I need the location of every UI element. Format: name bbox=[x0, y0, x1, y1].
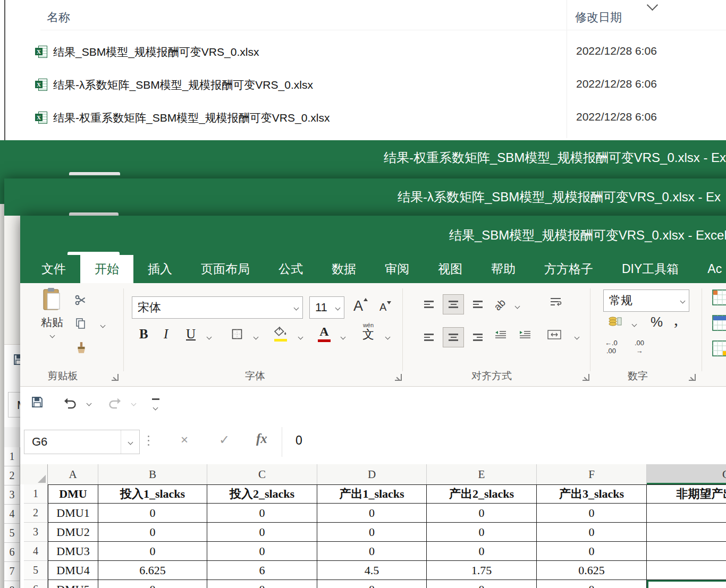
sort-chevron-icon[interactable] bbox=[647, 0, 658, 11]
row-header[interactable]: 3 bbox=[4, 485, 20, 505]
select-all-corner[interactable] bbox=[24, 464, 48, 484]
fill-color-button[interactable] bbox=[274, 327, 287, 342]
explorer-column-date[interactable]: 修改日期 bbox=[575, 10, 622, 25]
file-row[interactable]: X 结果_SBM模型_规模报酬可变VRS_0.xlsx 2022/12/28 6… bbox=[0, 41, 726, 63]
save-icon[interactable] bbox=[31, 396, 44, 408]
title-bar[interactable]: 结果-λ系数矩阵_SBM模型_规模报酬可变VRS_0.xlsx - Ex bbox=[4, 178, 726, 216]
tab-file[interactable]: 文件 bbox=[27, 255, 80, 283]
cell[interactable]: 0 bbox=[317, 542, 427, 561]
cancel-button[interactable]: × bbox=[181, 432, 188, 447]
enter-button[interactable]: ✓ bbox=[219, 432, 230, 447]
cell[interactable] bbox=[647, 561, 726, 580]
title-bar[interactable]: 结果-权重系数矩阵_SBM模型_规模报酬可变VRS_0.xlsx - Ex bbox=[0, 140, 726, 175]
cell[interactable]: 0 bbox=[207, 580, 317, 588]
orientation-button[interactable]: ab bbox=[494, 299, 505, 311]
number-format-combo[interactable]: 常规 bbox=[603, 289, 689, 312]
align-bottom-button[interactable] bbox=[468, 295, 488, 314]
cell[interactable]: DMU3 bbox=[48, 542, 98, 561]
shrink-font-button[interactable]: A bbox=[379, 301, 391, 313]
cell[interactable]: 0 bbox=[537, 504, 647, 523]
cell[interactable]: 投入1_slacks bbox=[98, 484, 207, 504]
align-top-button[interactable] bbox=[419, 295, 439, 314]
cell[interactable]: 产出1_slacks bbox=[317, 484, 427, 504]
name-box-dropdown[interactable] bbox=[121, 430, 139, 454]
row-header[interactable]: 5 bbox=[4, 524, 20, 543]
format-as-table-button[interactable] bbox=[712, 315, 726, 333]
cell[interactable]: 0 bbox=[537, 523, 647, 542]
cell[interactable]: 0 bbox=[207, 504, 317, 523]
cell[interactable]: DMU5 bbox=[48, 580, 98, 588]
increase-indent-button[interactable] bbox=[519, 330, 531, 342]
cell[interactable]: 投入2_slacks bbox=[207, 484, 317, 504]
row-header[interactable]: 1 bbox=[24, 484, 48, 504]
cell[interactable]: 产出3_slacks bbox=[537, 484, 647, 504]
cell[interactable]: 0 bbox=[537, 542, 647, 561]
chevron-down-icon[interactable] bbox=[385, 335, 391, 340]
bold-button[interactable]: B bbox=[139, 327, 148, 342]
cell[interactable]: 非期望产出1_slacks bbox=[647, 484, 726, 504]
chevron-down-icon[interactable] bbox=[87, 401, 92, 406]
tab-acrobat[interactable]: Ac bbox=[693, 255, 726, 283]
cut-button[interactable] bbox=[74, 294, 87, 309]
phonetic-guide-button[interactable]: wén 文 bbox=[362, 322, 374, 341]
cell[interactable]: 6 bbox=[207, 561, 317, 580]
tab-review[interactable]: 审阅 bbox=[370, 255, 424, 283]
cell[interactable]: 0 bbox=[207, 542, 317, 561]
font-color-button[interactable]: A bbox=[318, 325, 331, 342]
row-header[interactable]: 4 bbox=[4, 505, 20, 524]
column-header-E[interactable]: E bbox=[427, 464, 537, 484]
cell[interactable]: 6.625 bbox=[98, 561, 207, 580]
cell[interactable]: DMU bbox=[48, 484, 98, 504]
cell[interactable]: 1.75 bbox=[427, 561, 537, 580]
italic-button[interactable]: I bbox=[164, 327, 168, 342]
column-header-A[interactable]: A bbox=[48, 464, 98, 484]
cell[interactable]: 产出2_slacks bbox=[427, 484, 537, 504]
cell[interactable]: 0 bbox=[427, 580, 537, 588]
cell[interactable]: DMU2 bbox=[48, 523, 98, 542]
title-bar[interactable]: 结果_SBM模型_规模报酬可变VRS_0.xlsx - Excel bbox=[20, 216, 726, 255]
decrease-decimal-button[interactable]: .00 → bbox=[635, 339, 644, 355]
tab-diy-toolbox[interactable]: DIY工具箱 bbox=[607, 255, 693, 283]
cell[interactable]: 4.5 bbox=[317, 561, 427, 580]
wrap-text-button[interactable] bbox=[550, 297, 562, 310]
chevron-down-icon[interactable] bbox=[298, 335, 303, 340]
row-header[interactable]: 8 bbox=[4, 581, 20, 588]
chevron-down-icon[interactable] bbox=[131, 401, 137, 406]
chevron-down-icon[interactable] bbox=[632, 322, 637, 327]
number-dialog-launcher[interactable] bbox=[689, 374, 696, 381]
customize-qat-button[interactable] bbox=[152, 398, 159, 412]
cell[interactable] bbox=[647, 504, 726, 523]
cell[interactable] bbox=[647, 523, 726, 542]
cell[interactable]: 0 bbox=[98, 580, 207, 588]
column-header-G[interactable]: G bbox=[647, 464, 726, 484]
tab-ffcell[interactable]: 方方格子 bbox=[530, 255, 607, 283]
row-header[interactable]: 5 bbox=[24, 561, 48, 580]
file-row[interactable]: X 结果-权重系数矩阵_SBM模型_规模报酬可变VRS_0.xlsx 2022/… bbox=[0, 107, 726, 129]
percent-style-button[interactable]: % bbox=[651, 314, 663, 330]
row-header[interactable]: 7 bbox=[4, 562, 20, 581]
chevron-down-icon[interactable] bbox=[100, 323, 106, 328]
comma-style-button[interactable]: , bbox=[674, 310, 678, 329]
chevron-down-icon[interactable] bbox=[515, 304, 520, 309]
explorer-column-name[interactable]: 名称 bbox=[47, 10, 70, 25]
cell[interactable] bbox=[647, 580, 726, 588]
cell[interactable]: 0 bbox=[427, 523, 537, 542]
row-header[interactable]: 6 bbox=[24, 580, 48, 588]
cell[interactable]: 0 bbox=[317, 523, 427, 542]
resize-dots-icon[interactable] bbox=[148, 436, 149, 437]
row-header[interactable]: 1 bbox=[4, 447, 20, 466]
row-header[interactable]: 6 bbox=[4, 543, 20, 562]
grow-font-button[interactable]: A bbox=[353, 298, 368, 314]
copy-button[interactable] bbox=[75, 317, 86, 332]
clipboard-dialog-launcher[interactable] bbox=[112, 374, 119, 381]
cell[interactable]: 0 bbox=[98, 504, 207, 523]
conditional-formatting-button[interactable] bbox=[712, 289, 726, 308]
cell-styles-button[interactable] bbox=[712, 340, 726, 359]
cell[interactable]: 0 bbox=[98, 523, 207, 542]
decrease-indent-button[interactable] bbox=[494, 330, 507, 342]
chevron-down-icon[interactable] bbox=[341, 335, 346, 340]
tab-data[interactable]: 数据 bbox=[317, 255, 370, 283]
tab-view[interactable]: 视图 bbox=[424, 255, 477, 283]
align-middle-button[interactable] bbox=[443, 295, 463, 314]
row-header[interactable]: 2 bbox=[24, 504, 48, 523]
